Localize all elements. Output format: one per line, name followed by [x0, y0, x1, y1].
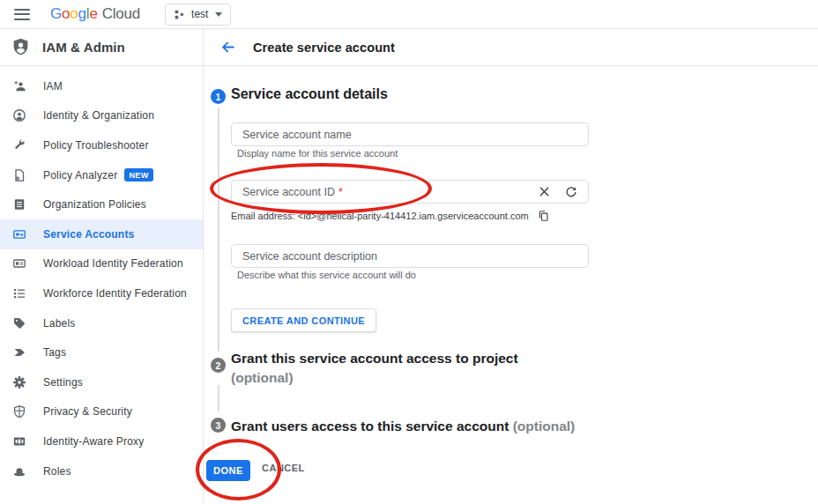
- copy-icon[interactable]: [538, 210, 549, 222]
- sidebar-item-settings[interactable]: Settings: [0, 367, 203, 397]
- sidebar-item-workload-identity-federation[interactable]: Workload Identity Federation: [0, 249, 203, 279]
- sidebar-item-privacy-security[interactable]: Privacy & Security: [0, 397, 203, 427]
- step-3-title-text: Grant users access to this service accou…: [231, 419, 509, 434]
- label-tag-icon: [12, 316, 26, 330]
- clear-icon[interactable]: [539, 186, 550, 197]
- person-add-icon: [12, 79, 26, 93]
- sidebar-header: IAM & Admin: [0, 29, 203, 66]
- iam-admin-shield-icon: [11, 37, 31, 57]
- logo-letter: o: [70, 5, 78, 23]
- gear-icon: [12, 375, 26, 389]
- step-connector: [218, 385, 219, 411]
- document-gear-icon: [12, 168, 26, 182]
- email-address-line: Email address: <id>@helical-parity-41441…: [231, 210, 549, 222]
- sidebar-item-service-accounts[interactable]: Service Accounts: [0, 219, 203, 249]
- service-account-name-input[interactable]: [231, 122, 589, 146]
- project-selector[interactable]: test: [165, 4, 231, 26]
- sidebar-item-labels[interactable]: Labels: [0, 308, 203, 338]
- email-address-text: Email address: <id>@helical-parity-41441…: [231, 211, 529, 221]
- id-placeholder-text: Service account ID: [242, 186, 335, 198]
- step-1-title: Service account details: [231, 86, 388, 102]
- sidebar-item-roles[interactable]: Roles: [0, 456, 203, 486]
- sidebar-item-label: Identity-Aware Proxy: [43, 435, 145, 448]
- logo-cloud-text: Cloud: [102, 5, 140, 23]
- service-account-id-input[interactable]: Service account ID *: [231, 180, 589, 204]
- chevron-down-icon: [215, 12, 222, 17]
- sidebar-item-label: Labels: [43, 317, 76, 330]
- sidebar-item-label: Privacy & Security: [43, 405, 132, 418]
- proxy-frame-icon: [12, 434, 26, 448]
- new-badge: NEW: [124, 168, 152, 182]
- step-2-optional-text: (optional): [231, 368, 518, 388]
- sidebar-item-policy-troubleshooter[interactable]: Policy Troubleshooter: [0, 130, 203, 160]
- badge-card-icon: [12, 256, 26, 271]
- sidebar-item-label: Tags: [43, 346, 66, 359]
- tag-arrow-icon: [12, 345, 26, 359]
- description-helper-text: Describe what this service account will …: [237, 270, 416, 280]
- logo-letter: g: [78, 5, 86, 23]
- main-panel: Create service account 1 Service account…: [204, 29, 818, 504]
- logo-letter: G: [50, 5, 62, 23]
- sidebar-item-label: Settings: [43, 376, 83, 389]
- hat-icon: [12, 464, 26, 478]
- create-service-account-form: 1 Service account details Display name f…: [204, 67, 818, 504]
- sidebar-title: IAM & Admin: [42, 40, 125, 55]
- key-box-icon: [12, 227, 26, 241]
- step-3-title: Grant users access to this service accou…: [231, 419, 575, 434]
- document-icon: [12, 197, 26, 211]
- create-and-continue-button[interactable]: CREATE AND CONTINUE: [231, 308, 376, 332]
- step-1-badge: 1: [211, 89, 226, 104]
- google-cloud-logo: Google Cloud: [50, 5, 140, 23]
- step-3-badge: 3: [211, 418, 226, 433]
- cancel-button[interactable]: CANCEL: [262, 463, 305, 473]
- sidebar-item-tags[interactable]: Tags: [0, 337, 203, 367]
- step-2-title: Grant this service account access to pro…: [231, 349, 518, 388]
- sidebar-item-label: IAM: [43, 80, 63, 93]
- step-3-optional-text: (optional): [513, 419, 576, 434]
- wrench-icon: [12, 138, 26, 152]
- sidebar-item-identity-organization[interactable]: Identity & Organization: [0, 101, 203, 131]
- back-arrow-icon[interactable]: [220, 39, 238, 56]
- project-name: test: [191, 8, 208, 20]
- step-connector: [218, 107, 219, 352]
- sidebar-nav: IAM Identity & Organization Policy Troub…: [0, 66, 203, 485]
- sidebar-item-label: Workforce Identity Federation: [43, 287, 187, 300]
- page-title: Create service account: [253, 41, 395, 55]
- person-circle-icon: [12, 108, 26, 122]
- project-icon: [174, 9, 185, 20]
- step-2-title-text: Grant this service account access to pro…: [231, 349, 518, 368]
- sidebar-item-label: Workload Identity Federation: [43, 257, 183, 270]
- hamburger-menu-icon[interactable]: [14, 9, 30, 20]
- topbar: Google Cloud test: [0, 0, 818, 29]
- sidebar-item-policy-analyzer[interactable]: Policy Analyzer NEW: [0, 160, 203, 190]
- sidebar-item-label: Identity & Organization: [43, 109, 154, 122]
- step-2-badge: 2: [211, 358, 226, 373]
- google-cloud-console: Google Cloud test IAM & Admin IAM: [0, 0, 818, 504]
- service-account-description-input[interactable]: [231, 244, 589, 268]
- sidebar-item-label: Policy Troubleshooter: [43, 139, 149, 152]
- logo-letter: e: [89, 5, 97, 23]
- sidebar-item-workforce-identity-federation[interactable]: Workforce Identity Federation: [0, 278, 203, 308]
- shield-icon: [12, 404, 26, 419]
- sidebar-item-identity-aware-proxy[interactable]: Identity-Aware Proxy: [0, 426, 203, 456]
- sidebar: IAM & Admin IAM Identity & Organization …: [0, 29, 204, 504]
- name-helper-text: Display name for this service account: [237, 148, 398, 159]
- sidebar-item-iam[interactable]: IAM: [0, 71, 203, 101]
- required-asterisk: *: [338, 186, 343, 198]
- sidebar-item-label: Service Accounts: [43, 228, 134, 241]
- done-button[interactable]: DONE: [206, 460, 250, 481]
- list-icon: [12, 286, 26, 300]
- refresh-icon[interactable]: [565, 186, 577, 198]
- sidebar-item-organization-policies[interactable]: Organization Policies: [0, 189, 203, 219]
- sidebar-item-label: Roles: [43, 465, 71, 478]
- logo-letter: o: [62, 5, 70, 23]
- page-header: Create service account: [204, 29, 818, 66]
- sidebar-item-label: Policy Analyzer: [43, 169, 117, 182]
- sidebar-item-label: Organization Policies: [43, 198, 146, 211]
